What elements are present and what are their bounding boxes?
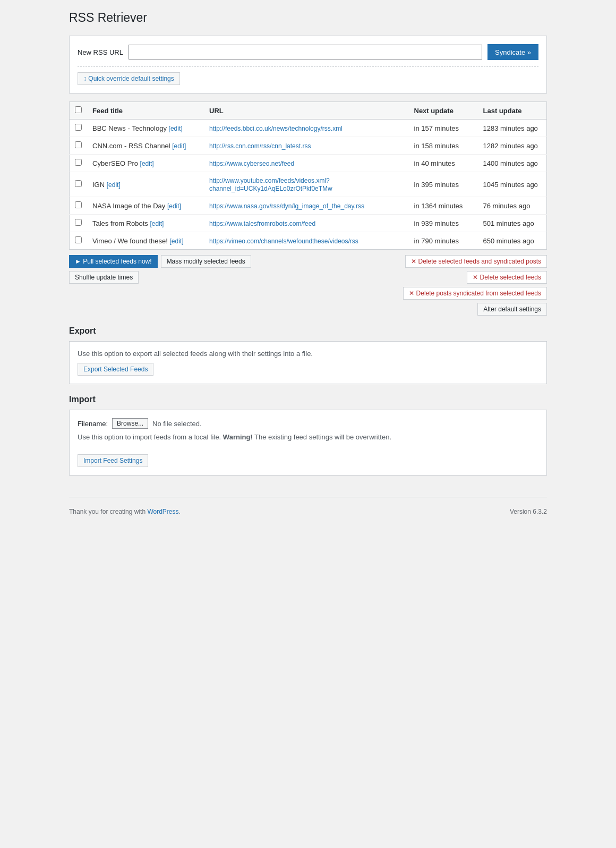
row-checkbox-5[interactable] [75, 219, 82, 226]
url-header: URL [204, 102, 409, 120]
delete-posts-button[interactable]: ✕ Delete posts syndicated from selected … [403, 287, 547, 300]
next-update-cell: in 157 minutes [409, 120, 478, 137]
feed-title-cell: IGN [edit] [87, 172, 204, 197]
row-checkbox-cell [70, 232, 88, 250]
feed-url-cell: http://rss.cnn.com/rss/cnn_latest.rss [204, 137, 409, 155]
export-heading: Export [69, 326, 547, 336]
feed-title-cell: Tales from Robots [edit] [87, 215, 204, 232]
export-description: Use this option to export all selected f… [78, 350, 538, 358]
table-row: CyberSEO Pro [edit] https://www.cyberseo… [70, 155, 547, 172]
feed-url-link[interactable]: https://vimeo.com/channels/wefoundthese/… [209, 238, 358, 245]
row-checkbox-2[interactable] [75, 159, 82, 166]
row-checkbox-0[interactable] [75, 124, 82, 131]
quick-override-button[interactable]: ↕ Quick override default settings [78, 72, 180, 85]
feed-url-link[interactable]: http://feeds.bbci.co.uk/news/technology/… [209, 125, 343, 132]
export-button[interactable]: Export Selected Feeds [78, 363, 153, 376]
next-update-cell: in 790 minutes [409, 232, 478, 250]
feed-edit-link[interactable]: [edit] [169, 125, 183, 132]
feed-edit-link[interactable]: [edit] [107, 181, 121, 189]
mass-modify-button[interactable]: Mass modify selected feeds [161, 255, 251, 268]
no-file-text: No file selected. [152, 420, 202, 428]
feed-title-text: IGN [92, 181, 105, 189]
row-checkbox-6[interactable] [75, 236, 82, 243]
next-update-cell: in 1364 minutes [409, 197, 478, 215]
feed-url-link[interactable]: http://rss.cnn.com/rss/cnn_latest.rss [209, 142, 311, 150]
version-text: Version 6.3.2 [510, 508, 547, 515]
footer-text: Thank you for creating with WordPress. [69, 508, 181, 515]
row-checkbox-cell [70, 137, 88, 155]
last-update-cell: 650 minutes ago [478, 232, 547, 250]
row-checkbox-cell [70, 215, 88, 232]
feed-title-text: CNN.com - RSS Channel [92, 142, 170, 150]
import-description: Use this option to import feeds from a l… [78, 433, 538, 441]
delete-feeds-posts-button[interactable]: ✕ Delete selected feeds and syndicated p… [405, 255, 547, 268]
row-checkbox-cell [70, 120, 88, 137]
import-heading: Import [69, 395, 547, 404]
next-update-cell: in 158 minutes [409, 137, 478, 155]
row-checkbox-4[interactable] [75, 201, 82, 208]
feed-title-cell: CNN.com - RSS Channel [edit] [87, 137, 204, 155]
delete-feeds-button[interactable]: ✕ Delete selected feeds [467, 271, 547, 284]
last-update-cell: 1045 minutes ago [478, 172, 547, 197]
feed-title-text: BBC News - Technology [92, 124, 167, 132]
table-row: Vimeo / We found these! [edit] https://v… [70, 232, 547, 250]
feed-edit-link[interactable]: [edit] [170, 238, 184, 245]
next-update-cell: in 40 minutes [409, 155, 478, 172]
import-button[interactable]: Import Feed Settings [78, 454, 148, 467]
shuffle-button[interactable]: Shuffle update times [69, 271, 139, 284]
feed-title-text: Tales from Robots [92, 219, 148, 227]
last-update-cell: 501 minutes ago [478, 215, 547, 232]
feed-title-text: CyberSEO Pro [92, 159, 138, 167]
table-row: BBC News - Technology [edit] http://feed… [70, 120, 547, 137]
row-checkbox-3[interactable] [75, 180, 82, 187]
next-update-header: Next update [409, 102, 478, 120]
feed-title-text: Vimeo / We found these! [92, 237, 168, 245]
feed-title-cell: NASA Image of the Day [edit] [87, 197, 204, 215]
last-update-cell: 1283 minutes ago [478, 120, 547, 137]
footer: Thank you for creating with WordPress. V… [69, 497, 547, 521]
wordpress-link[interactable]: WordPress [147, 508, 178, 515]
feed-url-link[interactable]: https://www.talesfromrobots.com/feed [209, 220, 315, 227]
feed-url-cell: https://www.cyberseo.net/feed [204, 155, 409, 172]
feed-title-cell: BBC News - Technology [edit] [87, 120, 204, 137]
next-update-cell: in 395 minutes [409, 172, 478, 197]
row-checkbox-cell [70, 155, 88, 172]
feed-title-cell: Vimeo / We found these! [edit] [87, 232, 204, 250]
last-update-header: Last update [478, 102, 547, 120]
feed-edit-link[interactable]: [edit] [167, 202, 181, 210]
new-rss-input[interactable] [129, 45, 482, 60]
alter-defaults-button[interactable]: Alter default settings [477, 303, 547, 316]
table-row: NASA Image of the Day [edit] https://www… [70, 197, 547, 215]
left-actions: ► Pull selected feeds now! Mass modify s… [69, 255, 251, 284]
feed-title-header: Feed title [87, 102, 204, 120]
feed-url-cell: https://www.nasa.gov/rss/dyn/lg_image_of… [204, 197, 409, 215]
feed-url-link[interactable]: https://www.cyberseo.net/feed [209, 160, 294, 167]
feed-url-cell: https://www.talesfromrobots.com/feed [204, 215, 409, 232]
new-rss-label: New RSS URL [78, 48, 123, 56]
feed-edit-link[interactable]: [edit] [172, 142, 186, 150]
select-all-header [70, 102, 88, 120]
feed-url-cell: http://www.youtube.com/feeds/videos.xml?… [204, 172, 409, 197]
pull-feeds-button[interactable]: ► Pull selected feeds now! [69, 255, 158, 268]
filename-label: Filename: [78, 420, 108, 428]
feed-title-text: NASA Image of the Day [92, 202, 165, 210]
feed-title-cell: CyberSEO Pro [edit] [87, 155, 204, 172]
row-checkbox-cell [70, 197, 88, 215]
right-actions: ✕ Delete selected feeds and syndicated p… [403, 255, 547, 300]
feed-url-cell: http://feeds.bbci.co.uk/news/technology/… [204, 120, 409, 137]
next-update-cell: in 939 minutes [409, 215, 478, 232]
table-row: IGN [edit] http://www.youtube.com/feeds/… [70, 172, 547, 197]
last-update-cell: 76 minutes ago [478, 197, 547, 215]
row-checkbox-1[interactable] [75, 141, 82, 148]
feed-edit-link[interactable]: [edit] [150, 220, 164, 227]
feed-url-link[interactable]: http://www.youtube.com/feeds/videos.xml?… [209, 177, 332, 192]
syndicate-button[interactable]: Syndicate » [487, 44, 538, 60]
row-checkbox-cell [70, 172, 88, 197]
browse-button[interactable]: Browse... [112, 418, 148, 429]
feed-edit-link[interactable]: [edit] [140, 160, 154, 167]
table-row: Tales from Robots [edit] https://www.tal… [70, 215, 547, 232]
page-title: RSS Retriever [69, 11, 547, 25]
select-all-checkbox[interactable] [75, 106, 82, 113]
table-row: CNN.com - RSS Channel [edit] http://rss.… [70, 137, 547, 155]
feed-url-link[interactable]: https://www.nasa.gov/rss/dyn/lg_image_of… [209, 202, 364, 210]
